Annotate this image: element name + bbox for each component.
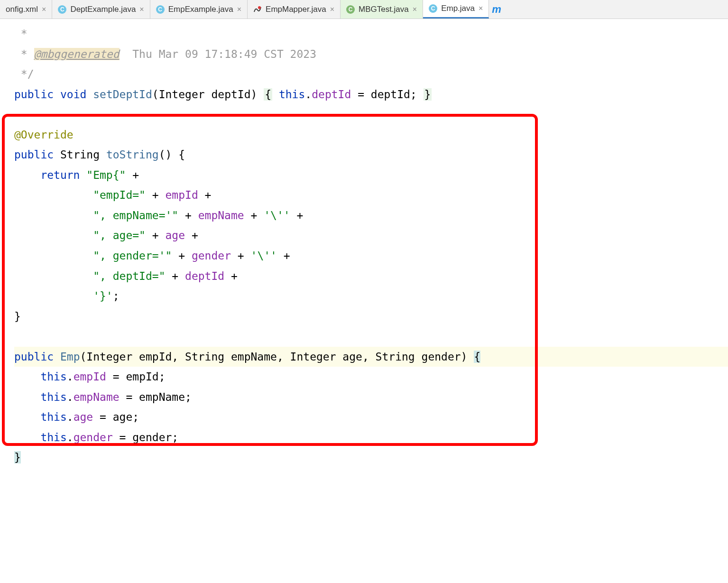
tab-label: DeptExample.java [70,5,136,14]
tab-label: Emp.java [441,4,475,13]
field: empName [74,391,120,403]
field: empName [198,209,244,222]
keyword: void [60,88,93,101]
brace: } [14,451,21,463]
tab-label: onfig.xml [6,5,38,14]
tab-label: EmpExample.java [168,5,233,14]
code-text: (Integer empId, String empName, Integer … [80,351,474,363]
close-icon[interactable]: × [42,5,46,14]
code-text: + [290,209,304,222]
editor-tab-bar: onfig.xml × C DeptExample.java × C EmpEx… [0,0,728,19]
code-text: + [224,270,238,282]
keyword: public [14,88,60,101]
string: ", gender='" [14,250,172,262]
code-text: + [198,189,212,201]
code-text: (Integer deptId) [152,88,264,101]
mapper-icon [253,5,262,14]
type: String [60,148,106,161]
code-text: * [14,28,28,40]
annotation: @Override [14,129,74,141]
code-text: = age; [93,411,139,423]
code-text: */ [14,68,34,80]
keyword: this [14,391,67,403]
close-icon[interactable]: × [330,5,334,14]
code-text: ; [113,290,120,302]
field: gender [192,250,231,262]
class-icon: C [346,5,355,14]
brace: { [474,351,480,363]
tab-emp[interactable]: C Emp.java × [423,0,489,19]
keyword: public [14,351,60,363]
code-text: + [126,169,139,181]
code-text: * [14,48,34,60]
close-icon[interactable]: × [237,5,241,14]
field: empId [166,189,198,201]
field: empId [74,370,106,383]
field: deptId [312,88,351,101]
string: '\'' [251,250,277,262]
code-text: } [14,310,21,323]
code-text: Thu Mar 09 17:18:49 CST 2023 [120,48,316,60]
m-icon[interactable]: m [489,0,504,19]
code-text: = gender; [113,431,178,444]
code-text: + [172,250,192,262]
string: ", deptId=" [14,270,166,282]
keyword: public [14,148,60,161]
brace: } [424,88,432,101]
code-text: + [178,209,198,222]
code-text: = deptId; [351,88,423,101]
class-icon: C [429,4,437,13]
string: '}' [14,290,113,302]
keyword: this [14,370,67,383]
field: age [166,229,185,241]
close-icon[interactable]: × [479,4,483,13]
code-text: . [67,391,74,403]
tab-empmapper[interactable]: EmpMapper.java × [248,0,341,19]
brace: { [264,88,272,101]
field: gender [74,431,113,444]
tab-config-xml[interactable]: onfig.xml × [0,0,52,19]
class-icon: C [58,5,66,14]
close-icon[interactable]: × [139,5,144,14]
method-name: Emp [60,351,80,363]
tab-deptexample[interactable]: C DeptExample.java × [52,0,150,19]
code-text: . [67,431,74,444]
code-text: + [146,229,166,241]
string: "empId=" [14,189,146,201]
method-name: toString [106,148,159,161]
code-text: + [146,189,166,201]
method-name: setDeptId [93,88,152,101]
code-text: + [231,250,251,262]
code-text: () { [159,148,185,161]
keyword: this [14,411,67,423]
tab-empexample[interactable]: C EmpExample.java × [150,0,248,19]
tab-mbgtest[interactable]: C MBGTest.java × [341,0,423,19]
code-text: + [244,209,264,222]
keyword: this [272,88,305,101]
keyword: return [14,169,86,181]
code-text: = empId; [106,370,166,383]
tab-label: EmpMapper.java [266,5,326,14]
string: ", empName='" [14,209,178,222]
code-text: . [305,88,312,101]
field: age [74,411,93,423]
field: deptId [185,270,224,282]
keyword: this [14,431,67,444]
code-editor[interactable]: * * @mbggenerated Thu Mar 09 17:18:49 CS… [0,19,728,468]
string: '\'' [264,209,290,222]
svg-point-0 [258,6,261,9]
close-icon[interactable]: × [413,5,417,14]
code-text: + [277,250,290,262]
code-text: . [67,370,74,383]
tab-label: MBGTest.java [359,5,409,14]
string: "Emp{" [86,169,126,181]
class-icon: C [156,5,165,14]
code-text: = empName; [120,391,192,403]
javadoc-tag: @mbggenerated [34,48,120,60]
code-text: . [67,411,74,423]
string: ", age=" [14,229,146,241]
code-text: + [166,270,185,282]
code-text: + [185,229,198,241]
